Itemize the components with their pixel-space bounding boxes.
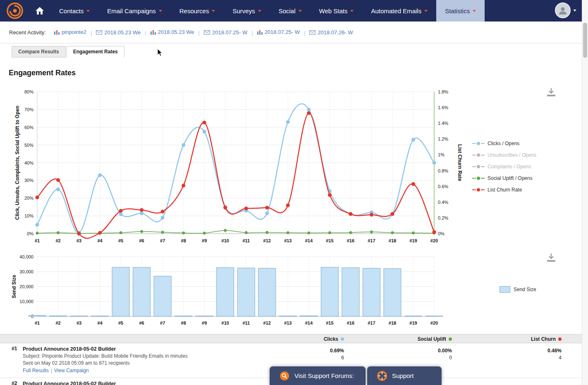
svg-text:#2: #2 [55, 320, 60, 325]
svg-text:#20: #20 [430, 238, 438, 243]
svg-text:#3: #3 [76, 238, 81, 243]
legend-marker [472, 153, 485, 157]
lifering-icon [377, 371, 387, 381]
svg-text:30%: 30% [24, 178, 33, 183]
recent-activity-link[interactable]: 2018.05.23 We [96, 29, 141, 36]
download-chart-icon[interactable] [545, 87, 557, 98]
legend-item-complaints-opens[interactable]: Complaints / Opens [472, 161, 536, 172]
svg-text:#17: #17 [368, 320, 375, 325]
nav-item-resources[interactable]: Resources [171, 0, 224, 22]
scrollbar-thumb[interactable] [583, 23, 587, 58]
svg-text:#3: #3 [76, 320, 81, 325]
bar-chart-legend[interactable]: Send Size [500, 286, 536, 293]
svg-text:#12: #12 [263, 238, 271, 243]
social-count: 0 [394, 354, 452, 361]
nav-item-contacts[interactable]: Contacts [50, 0, 98, 22]
legend-item-social-uplift-opens[interactable]: Social Uplift / Opens [472, 172, 536, 184]
chevron-down-icon [258, 10, 261, 12]
social-percent: 0.00% [394, 347, 452, 354]
svg-text:#20: #20 [430, 320, 438, 325]
legend-marker [472, 165, 485, 169]
svg-text:#15: #15 [326, 238, 333, 243]
results-tabs: Compare ResultsEngagement Rates [12, 46, 125, 57]
svg-text:40,000: 40,000 [19, 254, 33, 259]
recent-link-label: pinpointe2 [62, 29, 86, 35]
nav-item-social[interactable]: Social [270, 0, 311, 22]
visit-support-forums-button[interactable]: Visit Support Forums: [270, 366, 366, 385]
svg-text:#9: #9 [202, 320, 207, 325]
svg-text:#6: #6 [139, 320, 144, 325]
legend-item-unsubscribes-opens[interactable]: Unsubscribes / Opens [472, 149, 536, 161]
separator: | [198, 30, 200, 36]
svg-text:1.8%: 1.8% [438, 89, 448, 94]
svg-text:1.4%: 1.4% [438, 121, 448, 126]
separator: | [51, 368, 52, 373]
tab-compare-results[interactable]: Compare Results [12, 46, 66, 57]
recent-activity-link[interactable]: pinpointe2 [54, 29, 86, 35]
svg-text:#17: #17 [368, 238, 375, 243]
column-header-list-churn: List Churn [531, 335, 562, 344]
line-chart-legend: Clicks / OpensUnsubscribes / OpensCompla… [472, 138, 536, 196]
series-dot [558, 337, 562, 341]
nav-item-label: Automated Emails [371, 7, 421, 14]
svg-text:#13: #13 [284, 320, 292, 325]
chart-icon [54, 29, 60, 35]
legend-item-list-churn-rate[interactable]: List Churn Rate [472, 184, 536, 196]
chevron-down-icon [299, 10, 302, 12]
series-dot [449, 337, 452, 341]
row-number: #1 [12, 346, 17, 352]
recent-activity-link[interactable]: 2018.07.25- W [257, 29, 300, 35]
nav-item-web-stats[interactable]: Web Stats [311, 0, 363, 22]
legend-label: List Churn Rate [488, 187, 522, 193]
view-campaign-link[interactable]: View Campaign [54, 368, 89, 373]
nav-item-email-campaigns[interactable]: Email Campaigns [98, 0, 171, 22]
svg-text:#6: #6 [139, 238, 144, 243]
svg-text:1.2%: 1.2% [438, 136, 448, 141]
pinpointe-logo[interactable] [0, 0, 29, 22]
svg-text:#16: #16 [347, 320, 354, 325]
legend-item-clicks-opens[interactable]: Clicks / Opens [472, 138, 536, 149]
support-button[interactable]: Support [367, 366, 442, 385]
churn-value: 0.46%4 [504, 347, 562, 361]
recent-activity-link[interactable]: 2018.05.23 We [151, 29, 194, 35]
legend-marker [472, 176, 485, 180]
svg-text:#1: #1 [35, 320, 40, 325]
svg-text:0.8%: 0.8% [438, 168, 448, 173]
svg-text:40%: 40% [24, 160, 33, 165]
svg-text:30,000: 30,000 [19, 269, 33, 274]
svg-text:20%: 20% [24, 196, 33, 201]
recent-activity-link[interactable]: 2018.07.25- W [204, 29, 247, 36]
svg-text:#19: #19 [409, 320, 417, 325]
download-chart-icon[interactable] [545, 252, 557, 263]
svg-text:50%: 50% [24, 143, 33, 148]
page-scrollbar[interactable] [582, 0, 588, 385]
recent-link-label: 2018.05.23 We [104, 29, 141, 36]
nav-item-label: Social [279, 7, 296, 14]
svg-text:0%: 0% [438, 231, 445, 236]
svg-text:Send Size: Send Size [11, 275, 17, 298]
social-value: 0.00%0 [394, 347, 452, 361]
recent-activity-items: pinpointe2|2018.05.23 We|2018.05.23 We|2… [52, 29, 356, 36]
nav-item-automated-emails[interactable]: Automated Emails [362, 0, 436, 22]
account-menu[interactable] [555, 2, 576, 18]
nav-item-surveys[interactable]: Surveys [224, 0, 270, 22]
main-menu: ContactsEmail CampaignsResourcesSurveysS… [50, 0, 485, 22]
avatar [555, 2, 571, 18]
nav-item-statistics[interactable]: Statistics [436, 0, 485, 22]
home-button[interactable] [29, 0, 50, 22]
tab-engagement-rates[interactable]: Engagement Rates [67, 46, 124, 57]
legend-marker [472, 141, 485, 146]
chevron-down-icon [86, 10, 90, 12]
svg-text:#14: #14 [305, 320, 313, 325]
column-header-clicks: Clicks [324, 335, 344, 344]
full-results-link[interactable]: Full Results [23, 368, 49, 373]
svg-text:#8: #8 [181, 320, 186, 325]
svg-text:#4: #4 [97, 320, 103, 325]
column-header-social-uplift: Social Uplift [418, 335, 452, 344]
chevron-down-icon [350, 10, 354, 12]
top-navigation: ContactsEmail CampaignsResourcesSurveysS… [0, 0, 588, 22]
recent-activity-link[interactable]: 2018.07.26- W [309, 29, 353, 36]
results-table-header: ClicksSocial UpliftList Churn [0, 334, 588, 343]
svg-text:#12: #12 [263, 320, 271, 325]
chevron-down-icon [473, 10, 476, 12]
